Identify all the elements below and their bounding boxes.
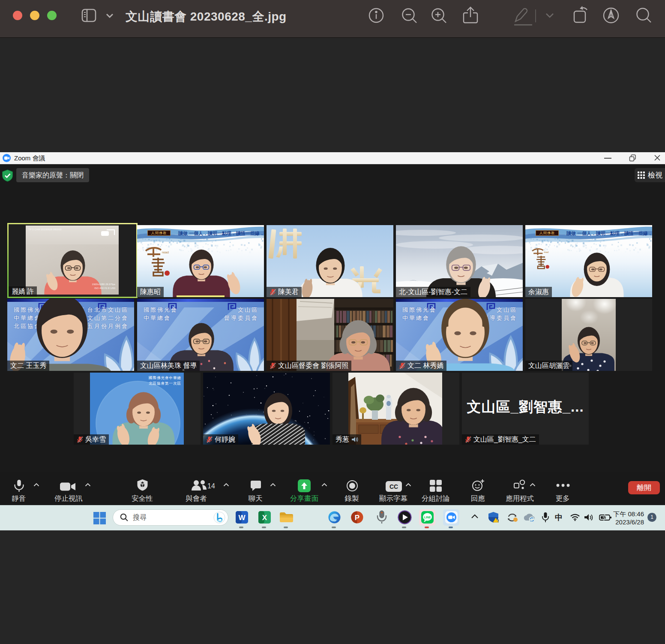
svg-text:X: X bbox=[262, 514, 267, 522]
svg-text:CC: CC bbox=[389, 483, 398, 490]
svg-text:LINE: LINE bbox=[424, 516, 431, 519]
svg-text:W: W bbox=[238, 514, 246, 522]
svg-text:P: P bbox=[355, 514, 359, 522]
